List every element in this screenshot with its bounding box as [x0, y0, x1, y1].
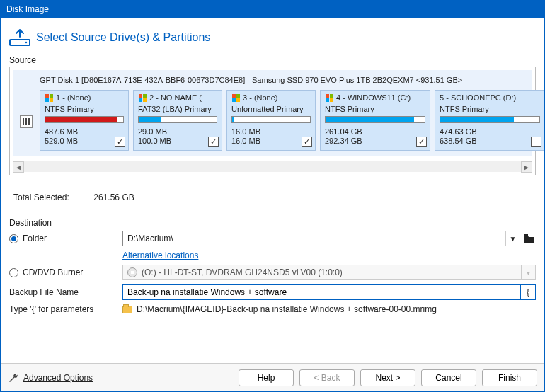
folder-radio[interactable]	[9, 234, 18, 243]
partition-filesystem: NTFS Primary	[440, 105, 540, 113]
partition-total: 638.54 GB	[440, 137, 540, 146]
partition-card[interactable]: 3 - (None)Unformatted Primary16.0 MB16.0…	[226, 90, 316, 151]
partition-usage-bar	[325, 116, 425, 123]
partition-checkbox[interactable]	[208, 137, 219, 147]
resolved-path-row: D:\Macrium\{IMAGEID}-Back-up na installa…	[122, 304, 536, 314]
burner-device-dropdown[interactable]: ▾	[521, 265, 535, 279]
folder-radio-row[interactable]: Folder	[9, 234, 122, 243]
total-selected-row: Total Selected: 261.56 GB	[9, 175, 536, 215]
partition-usage-bar	[440, 116, 540, 123]
source-horizontal-scrollbar[interactable]: ◄ ►	[13, 161, 532, 172]
partition-filesystem: FAT32 (LBA) Primary	[138, 105, 217, 113]
backup-filename-label: Backup File Name	[9, 287, 122, 297]
advanced-options-label: Advanced Options	[23, 373, 93, 383]
partition-title: 1 - (None)	[56, 93, 91, 102]
total-selected-label: Total Selected:	[13, 192, 91, 202]
alternative-locations-link[interactable]: Alternative locations	[122, 248, 198, 263]
cancel-button[interactable]: Cancel	[421, 369, 476, 386]
scroll-left-button[interactable]: ◄	[13, 161, 24, 173]
burner-device-value: (O:) - HL-DT-ST, DVDRAM GH24NSD5 vLV00 (…	[142, 267, 343, 277]
partition-filesystem: Unformatted Primary	[231, 105, 311, 113]
partition-card[interactable]: 1 - (None)NTFS Primary487.6 MB529.0 MB	[40, 90, 129, 151]
partition-total: 529.0 MB	[45, 137, 124, 146]
folder-path-combo[interactable]: D:\Macrium\ ▼	[122, 231, 520, 246]
backup-filename-input[interactable]	[122, 284, 520, 300]
partition-title: 4 - WINDOWS11 (C:)	[336, 93, 411, 102]
partition-checkbox[interactable]	[302, 137, 312, 147]
page-heading-row: Select Source Drive(s) & Partitions	[9, 24, 536, 55]
partition-used: 29.0 MB	[138, 127, 217, 137]
finish-button[interactable]: Finish	[482, 369, 537, 386]
page-heading: Select Source Drive(s) & Partitions	[36, 31, 210, 44]
folder-icon	[122, 306, 132, 313]
destination-group-label: Destination	[9, 218, 536, 228]
partition-filesystem: NTFS Primary	[325, 105, 425, 113]
select-all-partitions-button[interactable]	[20, 115, 33, 128]
partition-title: 2 - NO NAME (	[149, 93, 202, 102]
help-button[interactable]: Help	[239, 369, 294, 386]
windows-flag-icon	[45, 93, 53, 102]
partition-usage-bar	[45, 116, 124, 123]
resolved-path-value: D:\Macrium\{IMAGEID}-Back-up na installa…	[137, 304, 437, 314]
partition-row: 1 - (None)NTFS Primary487.6 MB529.0 MB2 …	[18, 90, 527, 151]
partition-total: 16.0 MB	[231, 137, 311, 146]
windows-flag-icon	[325, 93, 333, 102]
partition-usage-bar	[138, 116, 217, 123]
advanced-options-link[interactable]: Advanced Options	[8, 372, 93, 384]
folder-path-value: D:\Macrium\	[123, 234, 505, 243]
partition-used: 261.04 GB	[325, 127, 425, 137]
partition-title: 3 - (None)	[243, 93, 278, 102]
back-button[interactable]: < Back	[299, 369, 355, 386]
window-titlebar: Disk Image	[1, 1, 544, 18]
insert-parameter-button[interactable]: {	[520, 284, 536, 300]
drive-select-icon	[9, 28, 30, 47]
folder-radio-label: Folder	[23, 234, 47, 243]
disk-description: GPT Disk 1 [D80E167A-713E-432A-BBF6-0067…	[40, 76, 527, 84]
partition-checkbox[interactable]	[115, 137, 125, 147]
svg-rect-2	[524, 234, 528, 236]
window-title: Disk Image	[6, 4, 49, 14]
disc-icon	[127, 267, 137, 277]
partition-checkbox[interactable]	[416, 137, 427, 147]
windows-flag-icon	[138, 93, 147, 102]
burner-radio-label: CD/DVD Burner	[23, 267, 83, 277]
browse-folder-button[interactable]	[523, 233, 536, 244]
svg-point-1	[25, 42, 27, 43]
partition-card[interactable]: 4 - WINDOWS11 (C:)NTFS Primary261.04 GB2…	[320, 90, 430, 151]
partition-total: 292.34 GB	[325, 137, 425, 146]
next-button[interactable]: Next >	[360, 369, 415, 386]
burner-radio[interactable]	[9, 268, 18, 277]
bottom-bar: Advanced Options Help < Back Next > Canc…	[1, 363, 544, 391]
wrench-icon	[8, 372, 19, 384]
total-selected-value: 261.56 GB	[93, 192, 134, 202]
partition-card[interactable]: 5 - SCHOONEPC (D:)NTFS Primary474.63 GB6…	[435, 90, 545, 151]
partition-total: 100.0 MB	[138, 137, 217, 146]
partition-used: 487.6 MB	[45, 127, 124, 137]
partition-checkbox[interactable]	[531, 137, 541, 147]
partition-card[interactable]: 2 - NO NAME (FAT32 (LBA) Primary29.0 MB1…	[133, 90, 222, 151]
scroll-right-button[interactable]: ►	[521, 161, 532, 173]
source-box: GPT Disk 1 [D80E167A-713E-432A-BBF6-0067…	[9, 67, 536, 175]
partition-title: 5 - SCHOONEPC (D:)	[440, 93, 516, 102]
folder-path-dropdown[interactable]: ▼	[505, 231, 520, 246]
burner-device-combo[interactable]: (O:) - HL-DT-ST, DVDRAM GH24NSD5 vLV00 (…	[122, 265, 536, 280]
partition-used: 474.63 GB	[440, 127, 540, 137]
windows-flag-icon	[231, 93, 240, 102]
partition-used: 16.0 MB	[231, 127, 311, 137]
partition-filesystem: NTFS Primary	[45, 105, 124, 113]
source-group-label: Source	[9, 55, 536, 65]
type-parameters-label: Type '{' for parameters	[9, 304, 122, 314]
partition-usage-bar	[231, 116, 311, 123]
burner-radio-row[interactable]: CD/DVD Burner	[9, 267, 122, 277]
